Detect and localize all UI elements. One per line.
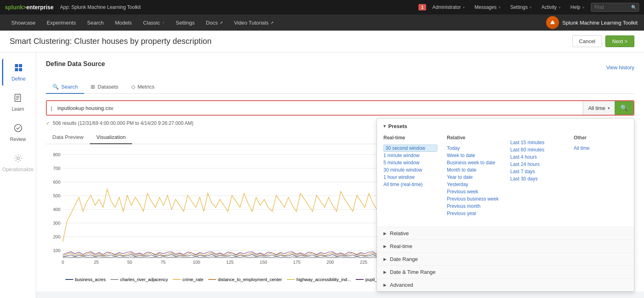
legend-label-charles-river: charles_river_adjacency <box>120 277 168 282</box>
preset-last30d[interactable]: Last 30 days <box>510 175 564 182</box>
dropdown-datetimerange-section[interactable]: ▶ Date & Time Range <box>377 265 634 278</box>
help-button[interactable]: Help ▾ <box>567 3 588 12</box>
cancel-button[interactable]: Cancel <box>572 35 602 47</box>
tab-metrics[interactable]: ◇ Metrics <box>125 81 161 94</box>
sidebar-item-learn[interactable]: Learn <box>2 89 34 116</box>
dropdown-relative-section[interactable]: ▶ Relative <box>377 227 634 240</box>
preset-month-to-date[interactable]: Month to date <box>447 166 501 174</box>
tab-datasets-label: Datasets <box>97 84 118 90</box>
administrator-button[interactable]: Administrator ▾ <box>429 3 468 12</box>
results-text: 506 results (12/31/69 4:00:00.000 PM to … <box>53 120 193 126</box>
preset-30sec[interactable]: 30 second window <box>383 145 437 152</box>
sidebar-item-operationalize[interactable]: Operationalize <box>2 149 34 176</box>
sidebar-label-review: Review <box>10 137 26 142</box>
learn-icon <box>13 93 23 105</box>
nav-video-tutorials[interactable]: Video Tutorials ↗ <box>229 17 278 29</box>
preset-last4h[interactable]: Last 4 hours <box>510 153 564 161</box>
nav-settings[interactable]: Settings <box>171 17 199 29</box>
presets-section: ▾ Presets Real-time 30 second window 1 m… <box>377 118 634 227</box>
tab-datasets[interactable]: ⊞ Datasets <box>84 81 124 94</box>
page-header: Smart Clustering: Cluster houses by prop… <box>0 31 644 52</box>
search-execute-button[interactable]: 🔍 <box>615 101 634 115</box>
legend-dot-business-acres <box>65 279 73 280</box>
svg-rect-2 <box>15 64 18 67</box>
settings-button[interactable]: Settings ▾ <box>507 3 535 12</box>
preset-prev-year[interactable]: Previous year <box>447 210 501 217</box>
presets-chevron-icon: ▾ <box>383 124 386 129</box>
preset-biz-week[interactable]: Business week to date <box>447 159 501 166</box>
preset-last24h[interactable]: Last 24 hours <box>510 161 564 168</box>
preset-year-to-date[interactable]: Year to date <box>447 174 501 181</box>
app-name-link[interactable]: App: Splunk Machine Learning Toolkit <box>60 4 141 10</box>
define-panel: Define Data Source View history 🔍 Search… <box>36 52 644 292</box>
time-picker-button[interactable]: All time ▾ <box>583 101 615 115</box>
sidebar-item-review[interactable]: Review <box>2 119 34 146</box>
preset-week-to-date[interactable]: Week to date <box>447 152 501 159</box>
sidebar-label-learn: Learn <box>12 106 24 112</box>
realtime-section-chevron-icon: ▶ <box>383 244 387 248</box>
preset-last60[interactable]: Last 60 minutes <box>510 146 564 153</box>
data-tab-visualization[interactable]: Visualization <box>90 131 132 144</box>
alert-badge: 1 <box>418 4 426 10</box>
tab-search-label: Search <box>61 84 78 90</box>
page-header-actions: Cancel Next > <box>572 35 634 47</box>
next-button[interactable]: Next > <box>605 35 634 47</box>
tab-search[interactable]: 🔍 Search <box>46 81 84 94</box>
sidebar: Define Learn Review <box>0 52 36 298</box>
nav-showcase[interactable]: Showcase <box>6 17 40 29</box>
dropdown-realtime-section[interactable]: ▶ Real-time <box>377 240 634 252</box>
svg-text:25: 25 <box>94 260 99 265</box>
svg-text:125: 125 <box>226 260 234 265</box>
preset-alltime[interactable]: All time <box>574 145 628 152</box>
dropdown-daterange-section[interactable]: ▶ Date Range <box>377 252 634 265</box>
nav-docs[interactable]: Docs ↗ <box>201 17 228 29</box>
data-tab-preview[interactable]: Data Preview <box>46 131 90 144</box>
svg-text:75: 75 <box>161 260 166 265</box>
svg-text:150: 150 <box>260 260 267 265</box>
toolkit-title: Splunk Machine Learning Toolkit <box>562 20 638 26</box>
preset-prev-biz-week[interactable]: Previous business week <box>447 195 501 203</box>
preset-last7d[interactable]: Last 7 days <box>510 168 564 175</box>
preset-today[interactable]: Today <box>447 145 501 152</box>
preset-alltime-rt[interactable]: All time (real-time) <box>383 181 437 188</box>
activity-button[interactable]: Activity ▾ <box>538 3 564 12</box>
preset-5min[interactable]: 5 minute window <box>383 159 437 166</box>
nav-search[interactable]: Search <box>82 17 108 29</box>
alltime-col-header: Other <box>574 135 628 142</box>
realtime-col: Real-time 30 second window 1 minute wind… <box>383 135 437 217</box>
dropdown-sections: ▶ Relative ▶ Real-time ▶ Date Range ▶ <box>377 227 634 291</box>
preset-30min[interactable]: 30 minute window <box>383 166 437 174</box>
messages-button[interactable]: Messages ▾ <box>471 3 504 12</box>
time-picker-chevron-icon: ▾ <box>608 106 610 110</box>
legend-highway: highway_accessibility_ind... <box>287 277 351 282</box>
nav-experiments[interactable]: Experiments <box>42 17 81 29</box>
svg-point-1 <box>551 21 554 24</box>
brand-splunk: splunk> <box>5 4 26 10</box>
legend-business-acres: business_acres <box>65 277 106 282</box>
view-history-link[interactable]: View history <box>606 64 634 70</box>
find-wrap: 🔍 <box>591 3 639 12</box>
legend-dot-distance <box>208 279 216 280</box>
nav-models[interactable]: Models <box>110 17 137 29</box>
nav-classic[interactable]: Classic ▾ <box>138 17 169 29</box>
define-tabs: 🔍 Search ⊞ Datasets ◇ Metrics <box>46 81 634 94</box>
legend-charles-river: charles_river_adjacency <box>110 277 168 282</box>
preset-yesterday[interactable]: Yesterday <box>447 181 501 188</box>
tab-metrics-label: Metrics <box>138 84 155 90</box>
preset-1min[interactable]: 1 minute window <box>383 152 437 159</box>
preset-prev-week[interactable]: Previous week <box>447 188 501 195</box>
sidebar-label-define: Define <box>12 76 26 82</box>
svg-text:800: 800 <box>53 152 60 157</box>
preset-1hour[interactable]: 1 hour window <box>383 174 437 181</box>
preset-prev-month[interactable]: Previous month <box>447 203 501 210</box>
dropdown-advanced-section[interactable]: ▶ Advanced <box>377 278 634 291</box>
sidebar-item-define[interactable]: Define <box>2 59 34 86</box>
chart-svg: 800 700 600 500 400 300 200 100 <box>46 149 416 274</box>
preset-last15[interactable]: Last 15 minutes <box>510 139 564 146</box>
svg-text:100: 100 <box>53 248 60 253</box>
search-icon: 🔍 <box>631 5 637 10</box>
splunk-logo: splunk>enterprise <box>5 4 54 10</box>
search-input[interactable] <box>54 101 583 115</box>
search-tab-icon: 🔍 <box>52 84 59 90</box>
relative-section-chevron-icon: ▶ <box>383 231 387 236</box>
